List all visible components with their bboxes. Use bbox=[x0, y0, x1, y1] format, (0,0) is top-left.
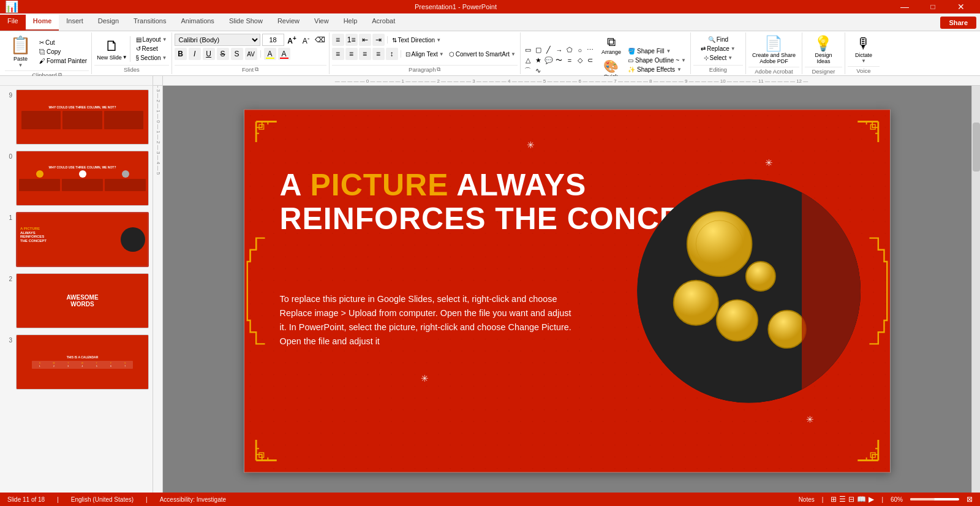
paste-button[interactable]: 📋 Paste ▼ bbox=[5, 34, 36, 69]
arrange-button[interactable]: ⧉ Arrange bbox=[599, 34, 624, 56]
tab-slideshow[interactable]: Slide Show bbox=[222, 15, 270, 31]
para-dialog-launcher[interactable]: ⧉ bbox=[437, 66, 440, 73]
align-text-button[interactable]: ⊡ Align Text ▼ bbox=[404, 50, 446, 58]
slide-preview-9[interactable]: WHY COULD USE THREE COLUMN, WE NOT? bbox=[16, 89, 149, 145]
new-slide-button[interactable]: 🗋 New Slide ▼ bbox=[94, 36, 130, 62]
shape-triangle[interactable]: △ bbox=[523, 56, 533, 66]
layout-button[interactable]: ▤ Layout ▼ bbox=[134, 36, 169, 43]
slide-sorter-button[interactable]: ⊟ bbox=[848, 495, 854, 504]
tab-transitions[interactable]: Transitions bbox=[126, 15, 173, 31]
find-button[interactable]: 🔍 Find bbox=[706, 36, 730, 43]
select-button[interactable]: ⊹ Select ▼ bbox=[702, 54, 735, 62]
tab-insert[interactable]: Insert bbox=[59, 15, 91, 31]
shape-effects-dropdown[interactable]: ▼ bbox=[677, 67, 682, 72]
char-spacing-button[interactable]: AV bbox=[245, 48, 257, 60]
increase-font-button[interactable]: A+ bbox=[286, 34, 298, 46]
tab-design[interactable]: Design bbox=[91, 15, 126, 31]
shape-fill-dropdown[interactable]: ▼ bbox=[666, 48, 671, 54]
numbering-button[interactable]: 1≡ bbox=[345, 34, 358, 46]
slide-thumb-11[interactable]: 1 A PICTURE ALWAYS REINFORCES THE CONCEP… bbox=[2, 211, 150, 268]
shape-equation[interactable]: = bbox=[565, 56, 575, 66]
shape-rounded-rect[interactable]: ▢ bbox=[533, 45, 543, 55]
strikethrough-button[interactable]: S bbox=[217, 48, 229, 60]
tab-help[interactable]: Help bbox=[336, 15, 365, 31]
reset-button[interactable]: ↺ Reset bbox=[134, 45, 169, 53]
shape-effects-button[interactable]: ✨ Shape Effects ▼ bbox=[626, 66, 688, 74]
align-center-button[interactable]: ≡ bbox=[345, 48, 358, 60]
italic-button[interactable]: I bbox=[189, 48, 201, 60]
share-button[interactable]: Share bbox=[940, 17, 976, 29]
format-painter-button[interactable]: 🖌 Format Painter bbox=[37, 57, 89, 65]
shape-rectangle[interactable]: ▭ bbox=[523, 45, 533, 55]
bullets-button[interactable]: ≡ bbox=[332, 34, 344, 46]
section-button[interactable]: § Section ▼ bbox=[134, 54, 169, 62]
underline-button[interactable]: U bbox=[203, 48, 215, 60]
paste-dropdown[interactable]: ▼ bbox=[18, 62, 23, 68]
justify-button[interactable]: ≡ bbox=[372, 48, 385, 60]
tab-view[interactable]: View bbox=[307, 15, 336, 31]
font-name-select[interactable]: Calibri (Body) bbox=[175, 34, 260, 46]
copy-button[interactable]: ⿻ Copy bbox=[37, 48, 89, 56]
v-scroll-thumb[interactable] bbox=[973, 123, 980, 172]
slideshow-button[interactable]: ▶ bbox=[869, 495, 874, 504]
slide-body-text[interactable]: To replace this picture in Google Slides… bbox=[280, 292, 574, 349]
slide-thumb-12[interactable]: 2 AWESOMEWORDS bbox=[2, 272, 150, 330]
new-slide-dropdown[interactable]: ▼ bbox=[123, 55, 127, 60]
tab-file[interactable]: File bbox=[0, 15, 26, 31]
shape-outline-button[interactable]: ▭ Shape Outline ~ ▼ bbox=[626, 56, 688, 64]
circle-image[interactable] bbox=[637, 179, 861, 403]
text-shadow-button[interactable]: S bbox=[231, 48, 243, 60]
shape-freeform[interactable]: 〜 bbox=[554, 56, 564, 66]
highlight-color-button[interactable]: A bbox=[264, 48, 276, 60]
section-dropdown[interactable]: ▼ bbox=[162, 55, 167, 61]
shape-callout[interactable]: 💬 bbox=[544, 56, 554, 66]
shape-arrow[interactable]: → bbox=[554, 45, 564, 55]
shape-fill-button[interactable]: 🪣 Shape Fill ▼ bbox=[626, 47, 688, 55]
slide-thumb-9[interactable]: 9 WHY COULD USE THREE COLUMN, WE NOT? bbox=[2, 88, 150, 146]
normal-view-button[interactable]: ⊞ bbox=[831, 495, 837, 504]
text-direction-button[interactable]: ⇅ Text Direction ▼ bbox=[390, 36, 443, 44]
zoom-slider[interactable] bbox=[910, 498, 959, 500]
cut-button[interactable]: ✂ Cut bbox=[37, 39, 89, 47]
shape-line[interactable]: ╱ bbox=[544, 45, 554, 55]
decrease-font-button[interactable]: A- bbox=[300, 34, 312, 46]
increase-indent-button[interactable]: ⇥ bbox=[372, 34, 385, 46]
maximize-button[interactable]: □ bbox=[919, 0, 947, 13]
design-ideas-button[interactable]: 💡 DesignIdeas bbox=[809, 34, 837, 66]
tab-animations[interactable]: Animations bbox=[173, 15, 221, 31]
shape-pentagon[interactable]: ⬠ bbox=[565, 45, 575, 55]
shape-outline-dropdown[interactable]: ▼ bbox=[681, 58, 686, 63]
slide-preview-12[interactable]: AWESOMEWORDS bbox=[16, 273, 149, 328]
slide-thumb-10[interactable]: 0 WHY COULD USE THREE COLUMN, WE NOT? bbox=[2, 149, 150, 207]
replace-button[interactable]: ⇄ Replace ▼ bbox=[699, 45, 737, 53]
canvas-inner[interactable]: A PICTURE ALWAYS REINFORCES THE CONCEPT … bbox=[163, 86, 971, 496]
decrease-indent-button[interactable]: ⇤ bbox=[359, 34, 371, 46]
slide-preview-10[interactable]: WHY COULD USE THREE COLUMN, WE NOT? bbox=[16, 151, 149, 206]
dictate-button[interactable]: 🎙 Dictate ▼ bbox=[850, 34, 877, 65]
dictate-dropdown[interactable]: ▼ bbox=[861, 58, 866, 64]
shape-more[interactable]: ⋯ bbox=[586, 45, 595, 55]
font-size-input[interactable] bbox=[262, 34, 284, 46]
minimize-button[interactable]: — bbox=[891, 0, 919, 13]
align-left-button[interactable]: ≡ bbox=[332, 48, 344, 60]
fit-slide-button[interactable]: ⊠ bbox=[967, 495, 973, 504]
vertical-scrollbar[interactable] bbox=[971, 86, 980, 496]
font-color-button[interactable]: A bbox=[278, 48, 290, 60]
shape-custom3[interactable]: ⌒ bbox=[523, 66, 533, 76]
tab-review[interactable]: Review bbox=[270, 15, 307, 31]
outline-view-button[interactable]: ☰ bbox=[839, 495, 846, 504]
tab-home[interactable]: Home bbox=[26, 15, 59, 31]
reading-view-button[interactable]: 📖 bbox=[857, 495, 866, 504]
tab-acrobat[interactable]: Acrobat bbox=[364, 15, 402, 31]
create-share-pdf-button[interactable]: 📄 Create and ShareAdobe PDF bbox=[748, 34, 799, 66]
close-button[interactable]: ✕ bbox=[947, 0, 975, 13]
bold-button[interactable]: B bbox=[175, 48, 187, 60]
line-spacing-button[interactable]: ↕ bbox=[386, 48, 398, 60]
layout-dropdown[interactable]: ▼ bbox=[162, 37, 167, 42]
shape-ellipse[interactable]: ○ bbox=[575, 45, 585, 55]
shape-star[interactable]: ★ bbox=[533, 56, 543, 66]
shape-custom2[interactable]: ⊂ bbox=[586, 56, 595, 66]
smartart-button[interactable]: ⬡ Convert to SmartArt ▼ bbox=[447, 50, 518, 58]
main-slide[interactable]: A PICTURE ALWAYS REINFORCES THE CONCEPT … bbox=[244, 109, 891, 472]
align-right-button[interactable]: ≡ bbox=[359, 48, 371, 60]
